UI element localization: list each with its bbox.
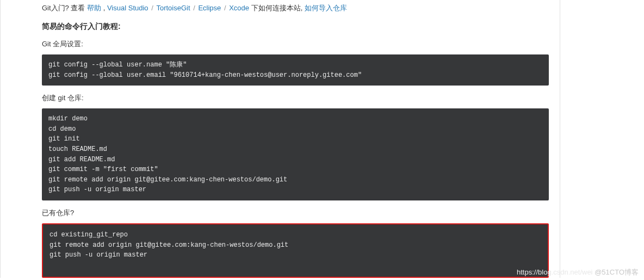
link-tortoisegit[interactable]: TortoiseGit	[156, 4, 190, 12]
separator: /	[150, 4, 156, 12]
watermark: https://blog.csdn.net/wei @51CTO博客	[517, 267, 639, 277]
link-eclipse[interactable]: Eclipse	[198, 4, 221, 12]
block2-title: 创建 git 仓库:	[42, 93, 549, 103]
intro-prefix: Git入门? 查看	[42, 4, 87, 12]
intro-mid: 下如何连接本站,	[249, 4, 305, 12]
code-block-global-config: git config --global user.name "陈康" git c…	[42, 54, 549, 86]
code-block-existing-repo: cd existing_git_repo git remote add orig…	[42, 223, 549, 278]
watermark-faint: https://blog.csdn.net/wei	[517, 268, 595, 276]
block3-title: 已有仓库?	[42, 208, 549, 218]
watermark-main: @51CTO博客	[595, 268, 639, 276]
link-help[interactable]: 帮助	[87, 4, 101, 12]
code-block-create-repo: mkdir demo cd demo git init touch README…	[42, 108, 549, 200]
section-title: 简易的命令行入门教程:	[42, 22, 549, 32]
intro-comma: ,	[101, 4, 107, 12]
link-import-repo[interactable]: 如何导入仓库	[305, 4, 347, 12]
separator: /	[222, 4, 228, 12]
separator: /	[191, 4, 197, 12]
link-visual-studio[interactable]: Visual Studio	[107, 4, 148, 12]
content-panel: Git入门? 查看 帮助 , Visual Studio / TortoiseG…	[0, 0, 560, 278]
block1-title: Git 全局设置:	[42, 39, 549, 49]
intro-line: Git入门? 查看 帮助 , Visual Studio / TortoiseG…	[42, 3, 549, 13]
link-xcode[interactable]: Xcode	[229, 4, 249, 12]
